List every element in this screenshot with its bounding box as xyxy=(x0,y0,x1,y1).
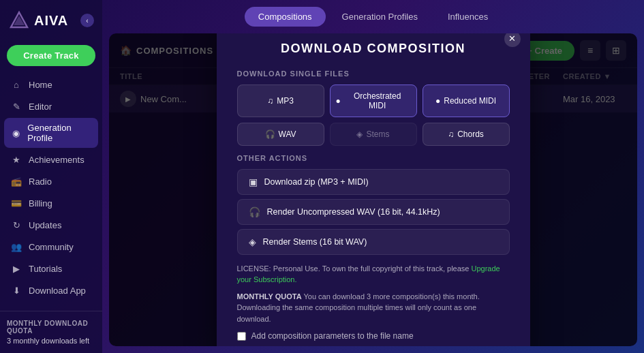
mp3-label: MP3 xyxy=(277,96,294,106)
sidebar: AIVA ‹ Create Track ⌂ Home ✎ Editor ◉ Ge… xyxy=(0,0,102,353)
logo-text: AIVA xyxy=(34,13,68,29)
achievements-icon: ★ xyxy=(11,154,22,165)
mp3-icon: ♫ xyxy=(267,96,273,106)
sidebar-footer: MONTHLY DOWNLOAD QUOTA 3 monthly downloa… xyxy=(0,311,102,353)
orchestrated-midi-button[interactable]: ● Orchestrated MIDI xyxy=(330,85,417,117)
render-wav-label: Render Uncompressed WAV (16 bit, 44.1kHz… xyxy=(267,207,440,217)
sidebar-item-radio[interactable]: 📻 Radio xyxy=(4,171,98,191)
sidebar-logo-area: AIVA ‹ xyxy=(0,0,102,41)
monthly-quota-label: MONTHLY DOWNLOAD QUOTA xyxy=(7,320,95,335)
aiva-logo-icon xyxy=(8,10,30,31)
top-nav: Compositions Generation Profiles Influen… xyxy=(102,0,644,33)
editor-icon: ✎ xyxy=(11,101,22,112)
modal-title: DOWNLOAD COMPOSITION xyxy=(237,42,510,56)
create-track-button[interactable]: Create Track xyxy=(7,45,95,66)
sidebar-item-achievements[interactable]: ★ Achievements xyxy=(4,149,98,170)
wav-icon: 🎧 xyxy=(265,129,275,139)
render-stems-label: Render Stems (16 bit WAV) xyxy=(263,237,367,247)
license-text: LICENSE: Personal Use. To own the full c… xyxy=(237,263,510,286)
chords-label: Chords xyxy=(457,129,484,139)
sidebar-item-community[interactable]: 👥 Community xyxy=(4,236,98,257)
stems-icon: ◈ xyxy=(356,129,363,139)
stems-label: Stems xyxy=(366,129,389,139)
add-params-label: Add composition parameters to the file n… xyxy=(251,331,414,341)
tab-compositions[interactable]: Compositions xyxy=(245,7,326,27)
sidebar-item-download-app[interactable]: ⬇ Download App xyxy=(4,280,98,301)
render-stems-button[interactable]: ◈ Render Stems (16 bit WAV) xyxy=(237,229,510,255)
single-files-label: DOWNLOAD SINGLE FILES xyxy=(237,70,510,78)
single-files-grid: ♫ MP3 ● Orchestrated MIDI ● Reduced MIDI… xyxy=(237,85,510,146)
reduced-midi-label: Reduced MIDI xyxy=(444,96,496,106)
sidebar-item-tutorials[interactable]: ▶ Tutorials xyxy=(4,258,98,279)
sidebar-item-achievements-label: Achievements xyxy=(29,155,85,165)
billing-icon: 💳 xyxy=(11,198,22,209)
reduced-midi-button[interactable]: ● Reduced MIDI xyxy=(423,85,510,117)
reduced-midi-icon: ● xyxy=(435,96,440,106)
download-zip-button[interactable]: ▣ Download zip (MP3 + MIDI) xyxy=(237,169,510,195)
zip-icon: ▣ xyxy=(249,176,258,187)
stems-action-icon: ◈ xyxy=(249,236,256,247)
monthly-quota-value: 3 monthly downloads left xyxy=(7,337,95,345)
sidebar-item-generation-profile[interactable]: ◉ Generation Profile xyxy=(4,118,98,148)
chords-button[interactable]: ♫ Chords xyxy=(423,123,510,146)
home-icon: ⌂ xyxy=(11,79,22,90)
wav-label: WAV xyxy=(279,129,296,139)
sidebar-item-home[interactable]: ⌂ Home xyxy=(4,74,98,95)
generation-profile-icon: ◉ xyxy=(11,127,20,138)
headphone-icon: 🎧 xyxy=(249,206,260,217)
download-modal: ✕ DOWNLOAD COMPOSITION DOWNLOAD SINGLE F… xyxy=(217,33,530,346)
wav-button[interactable]: 🎧 WAV xyxy=(237,123,324,146)
sidebar-collapse-button[interactable]: ‹ xyxy=(80,14,94,27)
mp3-button[interactable]: ♫ MP3 xyxy=(237,85,324,117)
add-params-checkbox[interactable] xyxy=(237,332,246,341)
checkbox-row: Add composition parameters to the file n… xyxy=(237,331,510,341)
main-area: Compositions Generation Profiles Influen… xyxy=(102,0,644,353)
quota-text: MONTHLY QUOTA You can download 3 more co… xyxy=(237,291,510,325)
tab-influences[interactable]: Influences xyxy=(434,7,502,27)
chords-icon: ♫ xyxy=(448,129,454,139)
orchestrated-midi-label: Orchestrated MIDI xyxy=(344,91,411,110)
download-app-icon: ⬇ xyxy=(11,285,22,296)
sidebar-item-radio-label: Radio xyxy=(29,176,52,187)
content-area: 🏠 COMPOSITIONS + Create ≡ ⊞ TITLE SOURCE… xyxy=(109,33,637,346)
sidebar-item-community-label: Community xyxy=(29,242,74,252)
sidebar-item-download-app-label: Download App xyxy=(29,286,86,296)
sidebar-item-tutorials-label: Tutorials xyxy=(29,264,62,274)
sidebar-item-editor-label: Editor xyxy=(29,102,52,112)
quota-bold-label: MONTHLY QUOTA xyxy=(237,292,302,301)
sidebar-item-updates[interactable]: ↻ Updates xyxy=(4,215,98,235)
sidebar-item-billing[interactable]: 💳 Billing xyxy=(4,193,98,213)
tutorials-icon: ▶ xyxy=(11,263,22,274)
radio-icon: 📻 xyxy=(11,176,22,187)
tab-generation-profiles[interactable]: Generation Profiles xyxy=(328,7,431,27)
sidebar-item-editor[interactable]: ✎ Editor xyxy=(4,96,98,117)
updates-icon: ↻ xyxy=(11,219,22,230)
sidebar-item-updates-label: Updates xyxy=(29,220,61,230)
other-actions-section: OTHER ACTIONS ▣ Download zip (MP3 + MIDI… xyxy=(237,154,510,255)
modal-overlay: ✕ DOWNLOAD COMPOSITION DOWNLOAD SINGLE F… xyxy=(109,33,637,346)
stems-button[interactable]: ◈ Stems xyxy=(330,123,417,146)
other-actions-label: OTHER ACTIONS xyxy=(237,154,510,162)
render-wav-button[interactable]: 🎧 Render Uncompressed WAV (16 bit, 44.1k… xyxy=(237,199,510,225)
sidebar-item-home-label: Home xyxy=(29,80,52,90)
community-icon: 👥 xyxy=(11,241,22,252)
sidebar-item-generation-profile-label: Generation Profile xyxy=(27,123,91,143)
download-zip-label: Download zip (MP3 + MIDI) xyxy=(264,177,369,187)
orchestrated-midi-icon: ● xyxy=(336,96,341,106)
sidebar-item-billing-label: Billing xyxy=(29,198,52,209)
sidebar-nav: ⌂ Home ✎ Editor ◉ Generation Profile ★ A… xyxy=(0,74,102,311)
modal-close-button[interactable]: ✕ xyxy=(504,33,521,47)
